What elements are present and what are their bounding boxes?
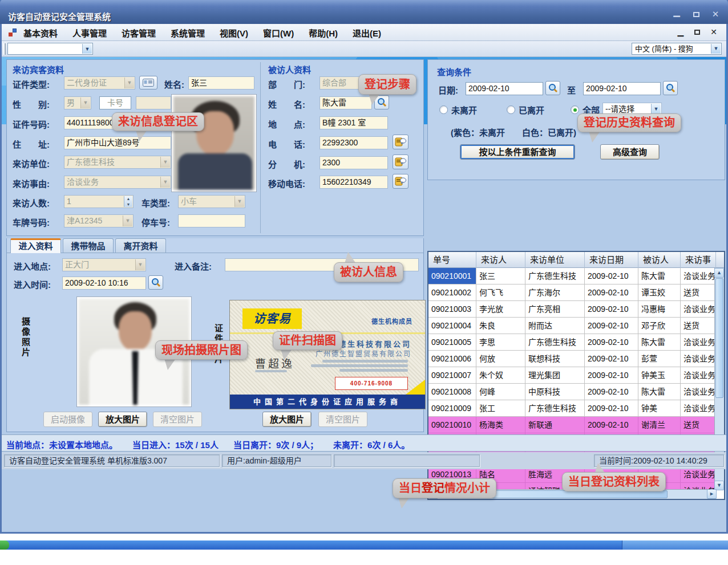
table-cell[interactable]: 谢清兰: [638, 417, 681, 433]
menu-item-4[interactable]: 视图(V): [220, 27, 248, 39]
table-cell[interactable]: 广东德生科技: [525, 334, 585, 351]
date-from-input[interactable]: 2009-02-10: [466, 82, 543, 95]
table-cell[interactable]: 谭玉姣: [638, 284, 681, 301]
card-no-input[interactable]: [136, 96, 171, 109]
table-row-0[interactable]: 090210001张三广东德生科技2009-02-10陈大雷洽谈业务: [428, 268, 716, 284]
table-cell[interactable]: 送货: [681, 318, 716, 334]
chevron-down-icon[interactable]: ▼: [82, 44, 92, 54]
visitor-name-input[interactable]: 张三: [188, 76, 254, 90]
chevron-down-icon[interactable]: ▼: [160, 177, 170, 188]
table-cell[interactable]: 陈大雷: [638, 268, 681, 284]
chevron-down-icon[interactable]: ▼: [80, 97, 90, 108]
scroll-right-icon[interactable]: ►: [707, 489, 717, 499]
windows-taskbar[interactable]: [0, 540, 728, 550]
table-cell[interactable]: 洽谈业务: [681, 334, 716, 351]
table-cell[interactable]: 冯惠梅: [638, 301, 681, 318]
company-combo[interactable]: 广东德生科技 ▼: [64, 156, 171, 169]
ext-input[interactable]: 2300: [319, 156, 388, 169]
mobile-input[interactable]: 15602210349: [319, 176, 388, 189]
clear-image-button[interactable]: 清空图片: [153, 412, 202, 427]
table-cell[interactable]: 广东海尔: [525, 284, 585, 301]
parking-input[interactable]: [178, 214, 245, 227]
table-cell[interactable]: 张工: [476, 400, 525, 417]
table-row-4[interactable]: 090210005李思广东德生科技2009-02-10陈大雷洽谈业务: [428, 334, 716, 351]
table-cell[interactable]: 广东德生科技: [525, 400, 585, 417]
table-cell[interactable]: 2009-02-10: [585, 367, 638, 384]
chevron-down-icon[interactable]: ▼: [234, 196, 244, 207]
table-cell[interactable]: 陈大雷: [638, 334, 681, 351]
time-picker-icon[interactable]: [148, 275, 163, 290]
address-input[interactable]: 广州市中山大道89号: [64, 136, 171, 149]
minimize-icon[interactable]: ▁: [671, 9, 682, 19]
table-cell[interactable]: 钟美: [638, 400, 681, 417]
start-camera-button[interactable]: 启动摄像: [43, 412, 92, 427]
table-cell[interactable]: 何飞飞: [476, 284, 525, 301]
table-cell[interactable]: 2009-02-10: [585, 301, 638, 318]
table-row-2[interactable]: 090210003李光放广东亮相2009-02-10冯惠梅洽谈业务: [428, 301, 716, 318]
people-input[interactable]: 1 ▲▼: [64, 195, 134, 208]
call-notify-icon[interactable]: [393, 155, 409, 169]
table-cell[interactable]: 洽谈业务: [681, 268, 716, 284]
table-cell[interactable]: 090210005: [428, 334, 476, 351]
vscroll-thumb[interactable]: [715, 278, 723, 398]
quick-combo[interactable]: ▼: [7, 43, 93, 55]
table-cell[interactable]: 090210002: [428, 284, 476, 301]
table-cell[interactable]: 李思: [476, 334, 525, 351]
table-cell[interactable]: 2009-02-10: [585, 334, 638, 351]
table-cell[interactable]: 广东亮相: [525, 301, 585, 318]
radio-dot-icon[interactable]: [439, 105, 448, 114]
table-cell[interactable]: 朱良: [476, 318, 525, 334]
phone-input[interactable]: 22992300: [319, 136, 388, 149]
plate-combo[interactable]: 津A12345 ▼: [64, 214, 134, 227]
menu-item-5[interactable]: 窗口(W): [263, 27, 294, 39]
gender-combo[interactable]: 男 ▼: [64, 96, 91, 109]
visited-name-input[interactable]: 陈大雷: [319, 96, 372, 109]
menu-item-2[interactable]: 访客管理: [122, 27, 156, 39]
menu-item-3[interactable]: 系统管理: [171, 27, 205, 39]
table-cell[interactable]: 彭萱: [638, 351, 681, 367]
table-cell[interactable]: 附而达: [525, 318, 585, 334]
requery-button[interactable]: 按以上条件重新查询: [460, 144, 575, 160]
table-cell[interactable]: 杨海类: [476, 417, 525, 433]
date-picker-icon[interactable]: [545, 81, 560, 95]
table-cell[interactable]: 联想科技: [525, 351, 585, 367]
table-cell[interactable]: 陈大雷: [638, 384, 681, 400]
table-cell[interactable]: 2009-02-10: [585, 384, 638, 400]
chevron-down-icon[interactable]: ▼: [135, 259, 145, 270]
table-cell[interactable]: 张三: [476, 268, 525, 284]
radio-dot-icon[interactable]: [507, 105, 515, 114]
table-cell[interactable]: 新联通: [525, 417, 585, 433]
date-picker-icon[interactable]: [663, 81, 678, 95]
close-icon[interactable]: ✕: [710, 9, 721, 19]
table-cell[interactable]: 2009-02-10: [585, 400, 638, 417]
table-row-9[interactable]: 090210010杨海类新联通2009-02-10谢清兰送货: [428, 417, 716, 433]
table-cell[interactable]: 中原科技: [525, 384, 585, 400]
table-row-7[interactable]: 090210008何峰中原科技2009-02-10陈大雷洽谈业务: [428, 384, 716, 400]
mdi-restore-icon[interactable]: [693, 27, 702, 36]
chevron-down-icon[interactable]: ▼: [123, 216, 132, 226]
table-cell[interactable]: 2009-02-10: [585, 318, 638, 334]
table-cell[interactable]: 090210007: [428, 367, 476, 384]
table-cell[interactable]: 理光集团: [525, 367, 585, 384]
reason-combo[interactable]: 洽谈业务 ▼: [64, 176, 171, 189]
menu-item-1[interactable]: 人事管理: [72, 27, 107, 39]
spinner-icon[interactable]: ▲▼: [124, 196, 132, 207]
table-cell[interactable]: 090210010: [428, 417, 476, 433]
language-bar[interactable]: 中文 (简体) - 搜狗 ▼: [632, 43, 722, 55]
menu-item-0[interactable]: 基本资料: [23, 27, 58, 39]
table-cell[interactable]: 送货: [681, 284, 716, 301]
start-button-fragment[interactable]: [0, 540, 9, 550]
radio-dot-icon[interactable]: [571, 105, 579, 114]
tab-1[interactable]: 携带物品: [63, 238, 114, 253]
table-cell[interactable]: 钟美玉: [638, 367, 681, 384]
table-cell[interactable]: 李光放: [476, 301, 525, 318]
menu-item-7[interactable]: 退出(E): [353, 27, 381, 39]
date-to-input[interactable]: 2009-02-10: [583, 82, 661, 95]
table-cell[interactable]: 2009-02-10: [585, 268, 638, 284]
zoom-image-button[interactable]: 放大图片: [262, 412, 312, 427]
radio-0[interactable]: 未离开: [439, 104, 477, 116]
table-cell[interactable]: 090210003: [428, 301, 476, 318]
scroll-up-icon[interactable]: ▲: [714, 268, 724, 278]
table-cell[interactable]: 洽谈业务: [681, 384, 716, 400]
entry-place-combo[interactable]: 正大门 ▼: [62, 258, 146, 271]
